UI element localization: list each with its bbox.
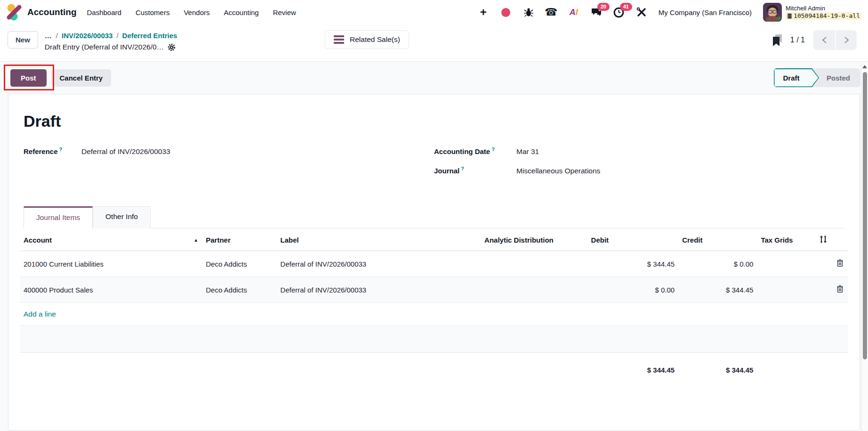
trash-icon [836, 285, 844, 293]
totals-row: $ 344.45 $ 344.45 [20, 353, 848, 382]
adjust-columns-icon[interactable] [815, 228, 848, 251]
menu-review[interactable]: Review [273, 8, 296, 16]
create-plus-icon[interactable]: + [478, 7, 489, 18]
state-draft[interactable]: Draft [774, 68, 819, 87]
gear-icon[interactable] [168, 43, 176, 51]
phone-icon[interactable]: ☎ [546, 7, 557, 18]
top-navbar: Accounting Dashboard Customers Vendors A… [0, 0, 868, 24]
cell-debit[interactable]: $ 0.00 [587, 277, 679, 303]
messages-icon[interactable]: 20 [591, 7, 602, 18]
state-posted[interactable]: Posted [819, 68, 860, 87]
cell-analytic[interactable] [450, 277, 587, 303]
reference-label: Reference? [24, 146, 81, 155]
cell-partner[interactable]: Deco Addicts [202, 277, 276, 303]
bars-icon [334, 35, 344, 44]
tab-other-info[interactable]: Other Info [93, 206, 151, 228]
accounting-date-field[interactable]: Mar 31 [516, 147, 844, 156]
help-icon: ? [59, 146, 63, 152]
main-menu: Dashboard Customers Vendors Accounting R… [87, 8, 296, 16]
avatar: ✈ [763, 3, 782, 22]
help-icon: ? [461, 166, 464, 171]
app-name[interactable]: Accounting [27, 7, 77, 17]
breadcrumb-link-invoice[interactable]: INV/2026/00033 [62, 32, 113, 40]
accounting-date-label: Accounting Date? [434, 146, 516, 155]
company-switcher[interactable]: My Company (San Francisco) [659, 8, 752, 16]
scrollbar-thumb[interactable] [863, 72, 867, 359]
sort-asc-icon: ▲ [193, 237, 198, 243]
cell-analytic[interactable] [450, 251, 587, 277]
record-state-title: Draft [24, 112, 844, 130]
menu-vendors[interactable]: Vendors [184, 8, 209, 16]
cell-credit[interactable]: $ 0.00 [678, 251, 757, 277]
chevron-right-icon [844, 36, 850, 44]
cell-account[interactable]: 400000 Product Sales [20, 277, 202, 303]
cell-label[interactable]: Deferral of INV/2026/00033 [277, 251, 451, 277]
delete-row-button[interactable] [836, 258, 844, 269]
control-panel: New … / INV/2026/00033 / Deferred Entrie… [0, 24, 868, 62]
bookmark-icon[interactable] [772, 34, 782, 46]
reference-field[interactable]: Deferral of INV/2026/00033 [81, 147, 434, 156]
column-header-label[interactable]: Label [277, 228, 451, 251]
cell-tax-grids[interactable] [757, 277, 815, 303]
cell-tax-grids[interactable] [757, 251, 815, 277]
app-logo-icon [7, 3, 24, 21]
add-a-line-link[interactable]: Add a line [24, 310, 56, 318]
trash-icon [836, 259, 844, 267]
scroll-up-arrow[interactable] [862, 65, 867, 68]
menu-customers[interactable]: Customers [136, 8, 170, 16]
breadcrumb-ellipsis[interactable]: … [45, 32, 52, 40]
breadcrumb: … / INV/2026/00033 / Deferred Entries Dr… [45, 28, 177, 51]
tab-journal-items[interactable]: Journal Items [24, 206, 93, 228]
column-header-tax-grids[interactable]: Tax Grids [757, 228, 815, 251]
journal-field[interactable]: Miscellaneous Operations [516, 167, 844, 175]
column-header-credit[interactable]: Credit [678, 228, 757, 251]
journal-items-table: Account▲ Partner Label Analytic Distribu… [20, 228, 848, 381]
breadcrumb-current: Draft Entry (Deferral of INV/2026/0… [45, 43, 164, 51]
delete-row-button[interactable] [836, 284, 844, 295]
user-menu[interactable]: ✈ Mitchell Admin 105094184-19-0-all [763, 3, 861, 22]
activities-clock-icon[interactable]: 41 [613, 7, 625, 18]
plane-icon: ✈ [777, 14, 782, 22]
total-debit: $ 344.45 [587, 353, 679, 382]
new-button[interactable]: New [8, 31, 38, 49]
database-icon [787, 13, 792, 19]
cell-partner[interactable]: Deco Addicts [202, 251, 276, 277]
cell-credit[interactable]: $ 344.45 [678, 277, 757, 303]
column-header-account[interactable]: Account▲ [20, 228, 202, 251]
menu-dashboard[interactable]: Dashboard [87, 8, 121, 16]
cell-debit[interactable]: $ 344.45 [587, 251, 679, 277]
form-statusbar: Post Cancel Entry Draft Posted [0, 62, 868, 94]
ai-icon[interactable]: AI [568, 7, 579, 18]
database-id: 105094184-19-0-all [786, 12, 861, 20]
vertical-scrollbar [861, 63, 868, 431]
table-row: 400000 Product Sales Deco Addicts Deferr… [20, 277, 848, 303]
form-sheet: Draft Reference? Deferral of INV/2026/00… [8, 94, 860, 431]
notebook-tabs: Journal Items Other Info [24, 206, 844, 228]
bug-icon[interactable] [523, 7, 534, 18]
help-icon: ? [491, 146, 495, 152]
column-header-analytic-distribution[interactable]: Analytic Distribution [450, 228, 587, 251]
cell-account[interactable]: 201000 Current Liabilities [20, 251, 202, 277]
pager-previous-button[interactable] [813, 30, 835, 50]
menu-accounting[interactable]: Accounting [224, 8, 258, 16]
pager-indicator: 1 / 1 [790, 36, 805, 44]
messages-badge: 20 [597, 3, 610, 11]
column-header-partner[interactable]: Partner [202, 228, 276, 251]
cancel-entry-button[interactable]: Cancel Entry [51, 69, 112, 87]
total-credit: $ 344.45 [678, 353, 757, 382]
journal-label: Journal? [434, 166, 516, 175]
user-name: Mitchell Admin [786, 5, 861, 12]
chevron-left-icon [821, 36, 828, 44]
cell-label[interactable]: Deferral of INV/2026/00033 [277, 277, 451, 303]
activities-badge: 41 [620, 3, 632, 11]
breadcrumb-link-deferred-entries[interactable]: Deferred Entries [122, 32, 177, 40]
table-row: 201000 Current Liabilities Deco Addicts … [20, 251, 848, 277]
tools-icon[interactable] [636, 7, 647, 18]
state-selector: Draft Posted [774, 68, 860, 87]
post-button[interactable]: Post [10, 69, 47, 87]
column-header-debit[interactable]: Debit [587, 228, 679, 251]
record-icon[interactable] [500, 7, 512, 18]
related-sales-button[interactable]: Related Sale(s) [325, 30, 409, 49]
pager-next-button[interactable] [835, 30, 857, 50]
